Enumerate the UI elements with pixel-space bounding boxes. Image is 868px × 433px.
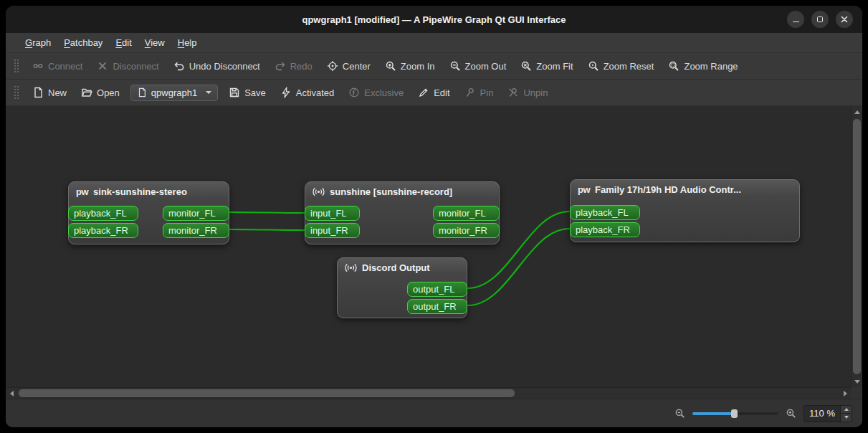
new-button[interactable]: New	[26, 83, 73, 102]
port-output-fr[interactable]: output_FR	[407, 299, 467, 314]
chevron-down-icon	[206, 91, 211, 94]
undo-icon	[173, 60, 185, 72]
redo-button[interactable]: Redo	[268, 57, 319, 75]
pipewire-icon: pw	[578, 184, 590, 195]
disconnect-button[interactable]: Disconnect	[90, 57, 165, 75]
port-playback-fr[interactable]: playback_FR	[68, 223, 138, 238]
port-monitor-fr[interactable]: monitor_FR	[163, 223, 229, 238]
patchbay-profile-combobox[interactable]: qpwgraph1	[130, 85, 218, 101]
center-icon	[327, 60, 338, 72]
connection-wire[interactable]	[230, 212, 304, 213]
zoom-out-button[interactable]: Zoom Out	[443, 57, 513, 75]
port-playback-fl[interactable]: playback_FL	[68, 206, 138, 221]
toolbar-drag-handle[interactable]	[13, 85, 19, 100]
node-title: Family 17h/19h HD Audio Contr...	[595, 184, 741, 195]
horizontal-scroll-thumb[interactable]	[19, 389, 515, 397]
zoom-fit-button[interactable]: Zoom Fit	[514, 57, 579, 75]
port-input-fr[interactable]: input_FR	[305, 223, 360, 238]
patchbay-profile-label: qpwgraph1	[151, 87, 197, 98]
audio-app-icon	[313, 186, 325, 197]
node-title: sunshine [sunshine-record]	[330, 186, 452, 197]
zoom-range-button[interactable]: Zoom Range	[662, 57, 744, 75]
connection-wire[interactable]	[230, 229, 304, 230]
close-button[interactable]	[836, 11, 853, 28]
scroll-down-button[interactable]	[852, 376, 862, 387]
slider-thumb[interactable]	[731, 409, 738, 418]
toolbar-drag-handle[interactable]	[13, 58, 19, 74]
center-button[interactable]: Center	[320, 57, 377, 75]
spin-down-button[interactable]	[841, 413, 852, 422]
node-discord-output[interactable]: Discord Output output_FL output_FR	[337, 257, 467, 318]
menu-view[interactable]: View	[138, 33, 171, 52]
arrow-down-icon	[854, 380, 860, 384]
connections-layer	[6, 106, 851, 387]
scroll-up-button[interactable]	[852, 106, 862, 118]
node-title: sink-sunshine-stereo	[93, 186, 187, 197]
horizontal-scrollbar[interactable]	[6, 387, 851, 399]
save-button[interactable]: Save	[222, 83, 272, 102]
pin-icon	[464, 87, 476, 98]
audio-app-icon	[345, 262, 357, 273]
minimize-button[interactable]	[787, 11, 804, 28]
menu-graph[interactable]: Graph	[19, 33, 57, 52]
statusbar: 110 %	[6, 399, 862, 427]
undo-disconnect-button[interactable]: Undo Disconnect	[167, 57, 267, 75]
zoom-in-icon[interactable]	[786, 408, 796, 419]
new-file-icon	[32, 87, 44, 98]
port-input-fl[interactable]: input_FL	[305, 206, 360, 221]
scroll-right-button[interactable]	[839, 388, 851, 399]
connect-icon	[32, 60, 44, 72]
titlebar[interactable]: qpwgraph1 [modified] — A PipeWire Graph …	[6, 6, 862, 33]
scroll-left-button[interactable]	[6, 388, 17, 399]
maximize-button[interactable]	[811, 11, 829, 28]
vertical-scroll-thumb[interactable]	[853, 119, 861, 374]
edit-button[interactable]: Edit	[411, 83, 456, 102]
arrow-left-icon	[10, 391, 14, 396]
arrow-up-icon	[854, 110, 860, 114]
patchbay-file-icon	[137, 87, 147, 97]
zoom-reset-button[interactable]: Zoom Reset	[581, 57, 661, 75]
port-playback-fl[interactable]: playback_FL	[570, 205, 640, 220]
port-monitor-fr[interactable]: monitor_FR	[433, 223, 500, 238]
zoom-spinbox[interactable]: 110 %	[803, 405, 852, 422]
minimize-icon	[793, 22, 799, 22]
spin-up-button[interactable]	[841, 406, 852, 414]
port-output-fl[interactable]: output_FL	[407, 282, 467, 297]
connect-button[interactable]: Connect	[26, 57, 89, 75]
port-monitor-fl[interactable]: monitor_FL	[163, 206, 229, 221]
pipewire-icon: pw	[76, 186, 88, 197]
port-playback-fr[interactable]: playback_FR	[570, 222, 640, 237]
menu-patchbay[interactable]: Patchbay	[57, 33, 109, 52]
zoom-slider[interactable]	[692, 408, 778, 419]
vertical-scrollbar[interactable]	[851, 106, 862, 387]
zoom-out-icon[interactable]	[674, 408, 685, 419]
arrow-up-icon	[844, 408, 849, 411]
menu-help[interactable]: Help	[171, 33, 204, 52]
app-window: qpwgraph1 [modified] — A PipeWire Graph …	[6, 6, 862, 427]
pin-button[interactable]: Pin	[458, 83, 500, 102]
port-monitor-fl[interactable]: monitor_FL	[433, 206, 500, 221]
zoom-out-icon	[449, 60, 461, 72]
unpin-button[interactable]: Unpin	[501, 83, 554, 102]
zoom-value[interactable]: 110 %	[804, 406, 840, 422]
node-title: Discord Output	[362, 262, 430, 273]
graph-view[interactable]: pw sink-sunshine-stereo playback_FL play…	[6, 106, 851, 387]
zoom-reset-icon	[588, 60, 599, 72]
unpin-icon	[507, 87, 519, 98]
menubar: Graph Patchbay Edit View Help	[6, 33, 862, 53]
close-icon	[841, 16, 848, 23]
open-button[interactable]: Open	[75, 83, 126, 102]
node-sunshine-record[interactable]: sunshine [sunshine-record] input_FL inpu…	[305, 181, 500, 244]
zoom-in-button[interactable]: Zoom In	[378, 57, 442, 75]
graph-toolbar: Connect Disconnect Undo Disconnect Redo …	[6, 53, 862, 80]
pencil-icon	[418, 87, 429, 98]
disconnect-icon	[97, 60, 108, 72]
save-icon	[229, 87, 240, 98]
activated-button[interactable]: Activated	[274, 83, 340, 102]
lightning-icon	[280, 87, 292, 98]
menu-edit[interactable]: Edit	[109, 33, 138, 52]
exclusive-button[interactable]: Exclusive	[342, 83, 410, 102]
node-family-hd-audio[interactable]: pw Family 17h/19h HD Audio Contr... play…	[570, 179, 800, 242]
zoom-range-icon	[668, 60, 679, 72]
node-sink-sunshine-stereo[interactable]: pw sink-sunshine-stereo playback_FL play…	[68, 181, 229, 244]
